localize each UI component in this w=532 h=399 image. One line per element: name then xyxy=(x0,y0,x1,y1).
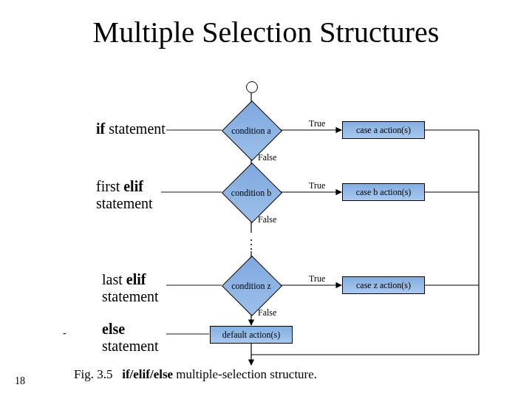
edge-false-z: False xyxy=(258,307,276,318)
stray-dash: - xyxy=(63,327,66,339)
caption-fig: Fig. 3.5 xyxy=(74,367,112,381)
slide: Multiple Selection Structures xyxy=(0,0,532,399)
action-case-z: case z action(s) xyxy=(342,276,425,294)
edge-true-z: True xyxy=(309,273,325,284)
edge-false-b: False xyxy=(258,214,276,225)
page-number: 18 xyxy=(15,375,25,387)
kw-if-rest: statement xyxy=(105,120,166,137)
edge-true-b: True xyxy=(309,180,325,191)
start-node xyxy=(246,81,258,93)
action-case-b: case b action(s) xyxy=(342,183,425,201)
edge-true-a: True xyxy=(309,118,325,129)
word-statement-3: statement xyxy=(102,338,159,354)
action-default: default action(s) xyxy=(210,326,293,344)
label-last-elif: last elif statement xyxy=(102,271,159,305)
word-statement-2: statement xyxy=(102,288,159,304)
ellipsis-icon: ... xyxy=(250,235,253,248)
label-else: else statement xyxy=(102,321,159,355)
action-case-a: case a action(s) xyxy=(342,121,425,139)
figure-caption: Fig. 3.5 if/elif/else multiple-selection… xyxy=(74,367,317,382)
kw-else: else xyxy=(102,321,125,337)
word-last: last xyxy=(102,271,126,287)
word-first: first xyxy=(96,178,123,194)
kw-elif-2: elif xyxy=(126,271,146,287)
caption-rest: multiple-selection structure. xyxy=(173,367,317,381)
kw-if: if xyxy=(96,120,105,137)
caption-kw: if/elif/else xyxy=(122,367,173,381)
word-statement-1: statement xyxy=(96,195,153,211)
edge-false-a: False xyxy=(258,152,276,163)
label-if-statement: if statement xyxy=(96,120,166,137)
slide-title: Multiple Selection Structures xyxy=(0,15,532,50)
kw-elif-1: elif xyxy=(123,178,143,194)
label-first-elif: first elif statement xyxy=(96,178,153,212)
